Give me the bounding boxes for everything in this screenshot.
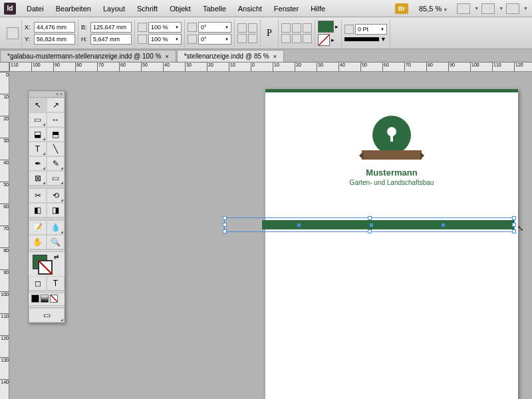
handle-bm[interactable] — [368, 229, 372, 233]
stroke-style[interactable] — [344, 37, 379, 41]
stroke-color[interactable] — [38, 260, 53, 275]
scissors-tool[interactable]: ✂ — [29, 188, 47, 203]
app-icon: Id — [4, 3, 16, 15]
paragraph-icon[interactable]: P — [263, 27, 275, 39]
selection-tool[interactable]: ↖ — [29, 98, 47, 112]
fill-swatch[interactable] — [318, 21, 334, 33]
handle-bl[interactable] — [223, 229, 227, 233]
menu-bearbeiten[interactable]: Bearbeiten — [51, 3, 96, 14]
menu-layout[interactable]: Layout — [98, 3, 130, 14]
resize-cursor-icon: ⤡ — [517, 224, 523, 233]
doc-title: Mustermann — [265, 168, 518, 178]
rectangle-frame-tool[interactable]: ⊠ — [29, 171, 47, 186]
stroke-weight-field[interactable]: 0 Pt▼ — [355, 24, 387, 35]
document-tabs: *galabau-mustermann-stellenanzeige.indd … — [0, 49, 532, 63]
type-tool[interactable]: T — [29, 142, 47, 156]
menu-ansicht[interactable]: Ansicht — [233, 3, 267, 14]
horizontal-ruler[interactable]: 1101009080706050403020100102030405060708… — [9, 63, 532, 72]
wrap5-icon[interactable] — [292, 34, 301, 43]
scale-x-field[interactable]: 100 %▼ — [148, 22, 182, 33]
wrap3-icon[interactable] — [303, 23, 312, 33]
rectangle-tool[interactable]: ▭ — [47, 171, 65, 186]
menu-bar: Id Datei Bearbeiten Layout Schrift Objek… — [0, 0, 532, 17]
x-field[interactable] — [34, 22, 75, 33]
rotate-ccw-icon[interactable] — [237, 23, 247, 33]
tab-1[interactable]: *stellenanzeige.indd @ 85 %× — [177, 50, 284, 62]
control-bar: X: Y: B: H: 100 %▼ 100 %▼ 0°▼ 0°▼ P ▸ ▸ … — [0, 17, 532, 49]
stroke-weight-icon — [344, 25, 354, 34]
apply-none[interactable] — [50, 295, 58, 303]
rotate-icon — [188, 23, 197, 32]
menu-schrift[interactable]: Schrift — [132, 3, 163, 14]
canvas[interactable]: Mustermann Garten- und Landschaftsbau ⤡ … — [9, 72, 532, 399]
y-field[interactable] — [34, 34, 75, 45]
gradient-feather-tool[interactable]: ◨ — [47, 203, 65, 217]
gradient-swatch-tool[interactable]: ◧ — [29, 203, 47, 217]
workspace-icon[interactable] — [506, 3, 519, 14]
wrap-icon[interactable] — [281, 23, 291, 33]
line-tool[interactable]: ╲ — [47, 142, 65, 156]
menu-hilfe[interactable]: Hilfe — [305, 3, 331, 14]
direct-selection-tool[interactable]: ↗ — [47, 98, 65, 112]
scale-x-icon — [138, 23, 147, 32]
pen-tool[interactable]: ✒ — [29, 156, 47, 171]
wrap4-icon[interactable] — [281, 34, 291, 43]
menu-tabelle[interactable]: Tabelle — [198, 3, 231, 14]
pencil-tool[interactable]: ✎ — [47, 156, 65, 171]
close-icon[interactable]: × — [165, 53, 168, 60]
tools-panel[interactable]: « × ↖ ↗ ▭ ↔ ⬓ ⬒ T ╲ ✒ ✎ ⊠ ▭ ✂ ⟲ ◧ ◨ 📝 — [28, 90, 65, 323]
hand-tool[interactable]: ✋ — [29, 235, 47, 249]
menu-fenster[interactable]: Fenster — [269, 3, 304, 14]
rotate-field[interactable]: 0°▼ — [198, 22, 231, 33]
content-placer-tool[interactable]: ⬒ — [47, 127, 65, 142]
stroke-swatch[interactable] — [318, 34, 330, 46]
apply-color[interactable] — [31, 295, 39, 303]
content-collector-tool[interactable]: ⬓ — [29, 127, 47, 142]
scale-y-icon — [138, 35, 147, 44]
arrange-icon[interactable] — [481, 3, 495, 14]
scale-y-field[interactable]: 100 %▼ — [148, 34, 182, 45]
page-tool[interactable]: ▭ — [29, 112, 47, 127]
panel-header[interactable]: « × — [29, 91, 65, 98]
handle-tl[interactable] — [223, 216, 227, 220]
reference-point[interactable] — [4, 19, 22, 47]
eyedropper-tool[interactable]: 💧 — [47, 220, 65, 235]
fill-stroke-swatches[interactable]: ⇄ — [29, 252, 65, 276]
view-mode[interactable]: ▭ — [29, 308, 65, 323]
flip-h-icon[interactable] — [248, 23, 257, 33]
wrap6-icon[interactable] — [303, 34, 312, 43]
menu-datei[interactable]: Datei — [21, 3, 49, 14]
tab-0[interactable]: *galabau-mustermann-stellenanzeige.indd … — [0, 50, 176, 62]
vertical-ruler[interactable]: 0102030405060708090100110120130140 — [0, 72, 9, 399]
handle-br[interactable] — [512, 229, 516, 233]
apply-gradient[interactable] — [41, 295, 49, 303]
page-top-bar — [265, 89, 518, 92]
width-field[interactable] — [90, 22, 132, 33]
ruler-origin[interactable] — [0, 63, 9, 72]
rotate-cw-icon[interactable] — [237, 34, 247, 43]
screen-mode-icon[interactable] — [457, 3, 470, 14]
zoom-tool[interactable]: 🔍 — [47, 235, 65, 249]
zoom-level[interactable]: 85,5 %▼ — [415, 3, 452, 14]
menu-objekt[interactable]: Objekt — [164, 3, 196, 14]
format-container-icon[interactable]: ◻ — [29, 276, 47, 291]
bridge-icon[interactable]: Br — [395, 3, 408, 14]
gap-tool[interactable]: ↔ — [47, 112, 65, 127]
height-field[interactable] — [90, 34, 132, 45]
logo-circle — [372, 116, 411, 154]
apply-color-row — [29, 293, 65, 305]
format-text-icon[interactable]: T — [47, 276, 65, 291]
shear-icon — [188, 35, 197, 44]
close-icon[interactable]: × — [273, 53, 277, 60]
doc-subtitle: Garten- und Landschaftsbau — [265, 179, 518, 186]
page[interactable]: Mustermann Garten- und Landschaftsbau ⤡ — [265, 89, 518, 399]
selected-rectangle[interactable] — [262, 220, 515, 229]
wrap2-icon[interactable] — [292, 23, 301, 33]
flip-v-icon[interactable] — [248, 34, 257, 43]
note-tool[interactable]: 📝 — [29, 220, 47, 235]
transform-tool[interactable]: ⟲ — [47, 188, 65, 203]
swap-icon[interactable]: ⇄ — [54, 253, 59, 260]
handle-ml[interactable] — [223, 223, 227, 227]
logo-ribbon — [362, 150, 422, 160]
shear-field[interactable]: 0°▼ — [198, 34, 231, 45]
